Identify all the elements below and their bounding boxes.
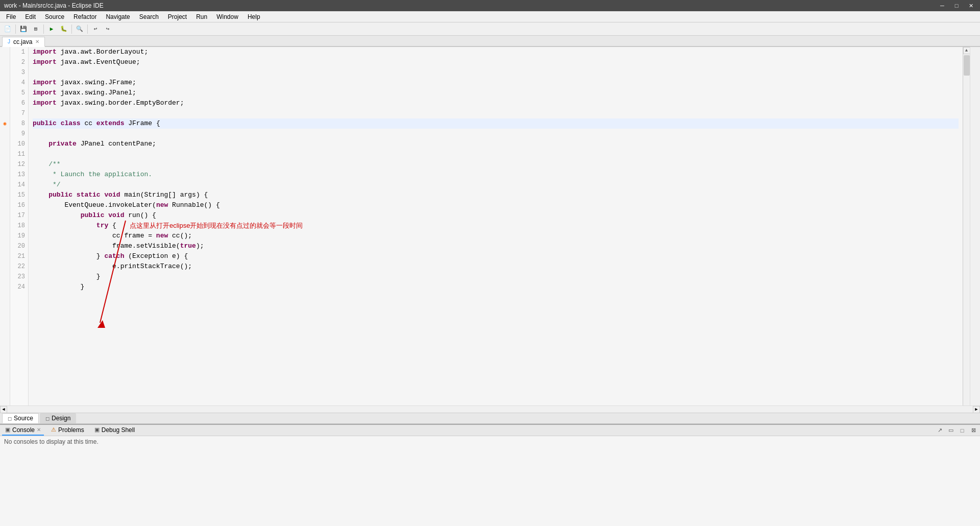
toolbar-sep-1 — [15, 25, 16, 34]
editor-tab-close-icon[interactable]: ✕ — [35, 39, 39, 44]
design-tab-label: Design — [52, 415, 70, 422]
horizontal-scrollbar[interactable]: ◀ ▶ — [0, 405, 980, 413]
code-line-5: import javax.swing.JPanel; — [33, 88, 959, 98]
menu-project[interactable]: Project — [164, 12, 191, 21]
margin-row-19 — [0, 231, 10, 241]
new-button[interactable]: 📄 — [2, 23, 13, 35]
code-line-14: */ — [33, 180, 959, 190]
source-tab-label: Source — [14, 415, 33, 422]
code-line-23: } — [33, 272, 959, 282]
margin-row-5 — [0, 88, 10, 98]
scroll-up-arrow[interactable]: ▲ — [963, 47, 970, 54]
code-line-7 — [33, 108, 959, 118]
restore-console-button[interactable]: ⊠ — [969, 426, 978, 435]
menu-help[interactable]: Help — [243, 12, 264, 21]
bottom-section: ▣ Console ✕ ⚠ Problems ▣ Debug Shell ↗ ▭… — [0, 424, 980, 526]
debug-shell-icon: ▣ — [94, 426, 100, 433]
close-button[interactable]: ✕ — [966, 2, 976, 9]
menu-search[interactable]: Search — [135, 12, 163, 21]
console-close-icon[interactable]: ✕ — [37, 427, 41, 433]
scroll-left-arrow[interactable]: ◀ — [0, 406, 7, 413]
menu-refactor[interactable]: Refactor — [69, 12, 101, 21]
code-line-8: public class cc extends JFrame { — [33, 118, 959, 129]
minimize-button[interactable]: ─ — [937, 2, 947, 9]
design-tab-icon: ◻ — [45, 416, 50, 421]
redo-button[interactable]: ↪ — [102, 23, 113, 35]
margin-row-21 — [0, 251, 10, 261]
code-line-17: public void run() { — [33, 210, 959, 221]
menu-edit[interactable]: Edit — [21, 12, 40, 21]
margin-row-12 — [0, 159, 10, 170]
menu-run[interactable]: Run — [192, 12, 211, 21]
scroll-right-arrow[interactable]: ▶ — [973, 406, 980, 413]
annotation-text: 点这里从打开eclipse开始到现在没有点过的就会等一段时间 — [130, 221, 303, 231]
code-line-21: } catch (Exception e) { — [33, 251, 959, 261]
editor-content-row: ◉ 1 2 3 — [0, 47, 980, 405]
code-line-1: import java.awt.BorderLayout; — [33, 47, 959, 57]
maximize-button[interactable]: □ — [951, 2, 962, 9]
code-line-16: EventQueue.invokeLater(new Runnable() { — [33, 200, 959, 210]
save-button[interactable]: 💾 — [18, 23, 29, 35]
right-sidebar — [970, 47, 980, 405]
margin-row-4 — [0, 78, 10, 88]
margin-row-8: ◉ — [0, 118, 10, 129]
editor-tab-ccjava[interactable]: J cc.java ✕ — [2, 37, 45, 47]
run-button[interactable]: ▶ — [46, 23, 57, 35]
no-console-message: No consoles to display at this time. — [4, 438, 99, 445]
code-line-22: e.printStackTrace(); — [33, 261, 959, 272]
debug-shell-tab[interactable]: ▣ Debug Shell — [91, 425, 138, 436]
debug-button[interactable]: 🐛 — [58, 23, 69, 35]
vertical-scrollbar[interactable]: ▲ — [963, 47, 970, 405]
margin-row-6 — [0, 98, 10, 108]
problems-icon: ⚠ — [51, 426, 56, 433]
minimize-console-button[interactable]: ▭ — [946, 426, 955, 435]
code-line-20: frame.setVisible(true); — [33, 241, 959, 251]
code-line-3 — [33, 67, 959, 78]
margin-row-10 — [0, 139, 10, 149]
save-all-button[interactable]: ⊞ — [30, 23, 41, 35]
editor-tab-bar: J cc.java ✕ — [0, 36, 980, 47]
source-tab[interactable]: ◻ Source — [2, 413, 39, 423]
problems-tab[interactable]: ⚠ Problems — [48, 425, 87, 436]
code-line-9 — [33, 129, 959, 139]
menu-bar: File Edit Source Refactor Navigate Searc… — [0, 11, 980, 22]
console-tab[interactable]: ▣ Console ✕ — [2, 425, 44, 436]
menu-window[interactable]: Window — [212, 12, 242, 21]
console-tab-actions: ↗ ▭ □ ⊠ — [935, 426, 978, 435]
menu-source[interactable]: Source — [41, 12, 68, 21]
code-line-15: public static void main(String[] args) { — [33, 190, 959, 200]
margin-row-2 — [0, 57, 10, 67]
toolbar-sep-4 — [87, 25, 88, 34]
code-line-12: /** — [33, 159, 959, 170]
title-text: work - Main/src/cc.java - Eclipse IDE — [4, 2, 104, 9]
menu-navigate[interactable]: Navigate — [102, 12, 134, 21]
editor-section: J cc.java ✕ ◉ — [0, 36, 980, 424]
problems-tab-label: Problems — [58, 426, 84, 434]
margin-row-18 — [0, 221, 10, 231]
code-line-4: import javax.swing.JFrame; — [33, 78, 959, 88]
console-tab-label: Console — [12, 426, 35, 434]
scroll-track[interactable] — [8, 407, 972, 412]
menu-file[interactable]: File — [2, 12, 20, 21]
svg-marker-1 — [97, 320, 105, 328]
java-file-icon: J — [8, 39, 10, 44]
code-area[interactable]: import java.awt.BorderLayout; import jav… — [29, 47, 963, 405]
maximize-console-button[interactable]: □ — [958, 426, 967, 435]
margin-row-16 — [0, 200, 10, 210]
code-line-13: * Launch the application. — [33, 170, 959, 180]
scroll-thumb[interactable] — [964, 55, 970, 76]
code-line-19: cc frame = new cc(); — [33, 231, 959, 241]
line-numbers: 1 2 3 4 5 6 7 8 9 10 11 12 13 14 15 16 1… — [10, 47, 29, 405]
undo-button[interactable]: ↩ — [90, 23, 101, 35]
margin-row-13 — [0, 170, 10, 180]
left-margin: ◉ — [0, 47, 10, 405]
margin-row-24 — [0, 282, 10, 292]
design-tab[interactable]: ◻ Design — [40, 413, 76, 423]
search-button[interactable]: 🔍 — [74, 23, 85, 35]
console-tab-bar: ▣ Console ✕ ⚠ Problems ▣ Debug Shell ↗ ▭… — [0, 425, 980, 436]
margin-row-1 — [0, 47, 10, 57]
code-line-18: try { 点这里从打开eclipse开始到现在没有点过的就会等一段时间 — [33, 221, 959, 231]
source-tab-icon: ◻ — [8, 416, 12, 421]
margin-row-20 — [0, 241, 10, 251]
open-console-button[interactable]: ↗ — [935, 426, 944, 435]
